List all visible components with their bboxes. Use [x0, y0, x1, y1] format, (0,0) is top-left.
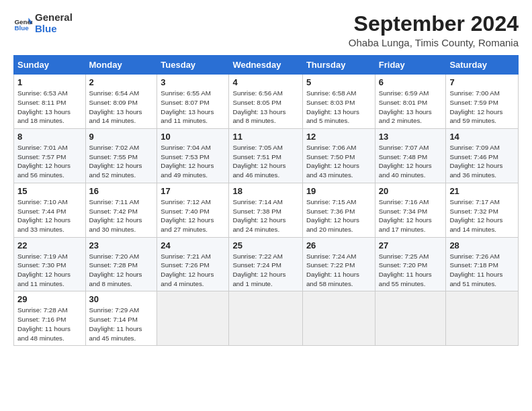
day-info: Sunrise: 7:21 AMSunset: 7:26 PMDaylight:… [161, 252, 225, 289]
calendar-cell: 19Sunrise: 7:15 AMSunset: 7:36 PMDayligh… [302, 183, 375, 237]
day-info: Sunrise: 6:54 AMSunset: 8:09 PMDaylight:… [89, 89, 154, 126]
calendar-cell: 28Sunrise: 7:26 AMSunset: 7:18 PMDayligh… [446, 237, 519, 291]
calendar-cell: 29Sunrise: 7:28 AMSunset: 7:16 PMDayligh… [14, 291, 86, 346]
day-info: Sunrise: 6:53 AMSunset: 8:11 PMDaylight:… [17, 89, 82, 126]
day-info: Sunrise: 6:58 AMSunset: 8:03 PMDaylight:… [306, 89, 371, 126]
logo-icon: General Blue [13, 14, 32, 33]
calendar-header-row: SundayMondayTuesdayWednesdayThursdayFrid… [14, 56, 519, 75]
day-number: 4 [232, 77, 298, 87]
calendar-cell: 1Sunrise: 6:53 AMSunset: 8:11 PMDaylight… [14, 75, 86, 129]
calendar-row: 22Sunrise: 7:19 AMSunset: 7:30 PMDayligh… [14, 237, 519, 291]
calendar-cell: 18Sunrise: 7:14 AMSunset: 7:38 PMDayligh… [229, 183, 302, 237]
col-header-thursday: Thursday [302, 56, 375, 75]
calendar-cell: 16Sunrise: 7:11 AMSunset: 7:42 PMDayligh… [85, 183, 157, 237]
day-info: Sunrise: 7:00 AMSunset: 7:59 PMDaylight:… [449, 89, 515, 126]
day-info: Sunrise: 7:11 AMSunset: 7:42 PMDaylight:… [89, 197, 154, 234]
calendar-cell: 12Sunrise: 7:06 AMSunset: 7:50 PMDayligh… [302, 129, 375, 183]
col-header-wednesday: Wednesday [229, 56, 302, 75]
day-info: Sunrise: 7:24 AMSunset: 7:22 PMDaylight:… [306, 252, 371, 289]
day-info: Sunrise: 7:07 AMSunset: 7:48 PMDaylight:… [379, 143, 443, 180]
calendar-cell [302, 291, 375, 346]
day-number: 1 [17, 77, 82, 87]
calendar-row: 15Sunrise: 7:10 AMSunset: 7:44 PMDayligh… [14, 183, 519, 237]
day-number: 21 [449, 186, 515, 196]
day-number: 30 [89, 294, 154, 304]
day-info: Sunrise: 7:10 AMSunset: 7:44 PMDaylight:… [17, 197, 82, 234]
day-info: Sunrise: 7:17 AMSunset: 7:32 PMDaylight:… [449, 197, 515, 234]
day-number: 24 [161, 240, 225, 250]
calendar-cell: 15Sunrise: 7:10 AMSunset: 7:44 PMDayligh… [14, 183, 86, 237]
day-info: Sunrise: 7:29 AMSunset: 7:14 PMDaylight:… [89, 306, 154, 342]
month-title: September 2024 [349, 12, 519, 36]
day-info: Sunrise: 7:28 AMSunset: 7:16 PMDaylight:… [17, 306, 82, 342]
calendar-cell: 20Sunrise: 7:16 AMSunset: 7:34 PMDayligh… [375, 183, 446, 237]
day-number: 6 [379, 77, 443, 87]
col-header-tuesday: Tuesday [157, 56, 229, 75]
logo-blue-text: Blue [35, 24, 73, 35]
title-area: September 2024 Ohaba Lunga, Timis County… [349, 12, 519, 48]
calendar-cell [157, 291, 229, 346]
calendar-row: 8Sunrise: 7:01 AMSunset: 7:57 PMDaylight… [14, 129, 519, 183]
calendar-cell: 9Sunrise: 7:02 AMSunset: 7:55 PMDaylight… [85, 129, 157, 183]
day-info: Sunrise: 7:12 AMSunset: 7:40 PMDaylight:… [161, 197, 225, 234]
calendar-row: 29Sunrise: 7:28 AMSunset: 7:16 PMDayligh… [14, 291, 519, 346]
day-info: Sunrise: 7:26 AMSunset: 7:18 PMDaylight:… [449, 252, 515, 289]
svg-text:Blue: Blue [14, 24, 29, 31]
calendar-cell: 4Sunrise: 6:56 AMSunset: 8:05 PMDaylight… [229, 75, 302, 129]
calendar-cell [229, 291, 302, 346]
day-number: 3 [161, 77, 225, 87]
day-info: Sunrise: 7:06 AMSunset: 7:50 PMDaylight:… [306, 143, 371, 180]
day-number: 26 [306, 240, 371, 250]
day-info: Sunrise: 6:59 AMSunset: 8:01 PMDaylight:… [379, 89, 443, 126]
day-info: Sunrise: 6:56 AMSunset: 8:05 PMDaylight:… [232, 89, 298, 126]
calendar-cell [375, 291, 446, 346]
day-number: 10 [161, 132, 225, 142]
calendar-cell: 27Sunrise: 7:25 AMSunset: 7:20 PMDayligh… [375, 237, 446, 291]
col-header-friday: Friday [375, 56, 446, 75]
calendar-cell: 6Sunrise: 6:59 AMSunset: 8:01 PMDaylight… [375, 75, 446, 129]
day-info: Sunrise: 7:04 AMSunset: 7:53 PMDaylight:… [161, 143, 225, 180]
day-info: Sunrise: 6:55 AMSunset: 8:07 PMDaylight:… [161, 89, 225, 126]
calendar-cell: 21Sunrise: 7:17 AMSunset: 7:32 PMDayligh… [446, 183, 519, 237]
calendar-cell: 22Sunrise: 7:19 AMSunset: 7:30 PMDayligh… [14, 237, 86, 291]
logo-general-text: General [35, 12, 73, 24]
day-number: 8 [17, 132, 82, 142]
day-number: 20 [379, 186, 443, 196]
calendar-cell: 24Sunrise: 7:21 AMSunset: 7:26 PMDayligh… [157, 237, 229, 291]
day-info: Sunrise: 7:05 AMSunset: 7:51 PMDaylight:… [232, 143, 298, 180]
calendar-row: 1Sunrise: 6:53 AMSunset: 8:11 PMDaylight… [14, 75, 519, 129]
day-number: 12 [306, 132, 371, 142]
day-number: 17 [161, 186, 225, 196]
day-number: 13 [379, 132, 443, 142]
calendar-cell: 2Sunrise: 6:54 AMSunset: 8:09 PMDaylight… [85, 75, 157, 129]
day-info: Sunrise: 7:19 AMSunset: 7:30 PMDaylight:… [17, 252, 82, 289]
day-number: 14 [449, 132, 515, 142]
day-info: Sunrise: 7:02 AMSunset: 7:55 PMDaylight:… [89, 143, 154, 180]
calendar-cell: 23Sunrise: 7:20 AMSunset: 7:28 PMDayligh… [85, 237, 157, 291]
col-header-monday: Monday [85, 56, 157, 75]
day-info: Sunrise: 7:20 AMSunset: 7:28 PMDaylight:… [89, 252, 154, 289]
calendar-cell: 7Sunrise: 7:00 AMSunset: 7:59 PMDaylight… [446, 75, 519, 129]
day-number: 25 [232, 240, 298, 250]
calendar-cell: 3Sunrise: 6:55 AMSunset: 8:07 PMDaylight… [157, 75, 229, 129]
day-number: 27 [379, 240, 443, 250]
col-header-sunday: Sunday [14, 56, 86, 75]
day-number: 29 [17, 294, 82, 304]
calendar-table: SundayMondayTuesdayWednesdayThursdayFrid… [13, 55, 519, 346]
day-number: 16 [89, 186, 154, 196]
calendar-cell: 30Sunrise: 7:29 AMSunset: 7:14 PMDayligh… [85, 291, 157, 346]
day-number: 5 [306, 77, 371, 87]
day-number: 23 [89, 240, 154, 250]
day-info: Sunrise: 7:14 AMSunset: 7:38 PMDaylight:… [232, 197, 298, 234]
col-header-saturday: Saturday [446, 56, 519, 75]
day-number: 7 [449, 77, 515, 87]
day-number: 22 [17, 240, 82, 250]
calendar-cell: 10Sunrise: 7:04 AMSunset: 7:53 PMDayligh… [157, 129, 229, 183]
day-info: Sunrise: 7:09 AMSunset: 7:46 PMDaylight:… [449, 143, 515, 180]
calendar-cell: 17Sunrise: 7:12 AMSunset: 7:40 PMDayligh… [157, 183, 229, 237]
day-number: 19 [306, 186, 371, 196]
calendar-cell: 26Sunrise: 7:24 AMSunset: 7:22 PMDayligh… [302, 237, 375, 291]
day-info: Sunrise: 7:16 AMSunset: 7:34 PMDaylight:… [379, 197, 443, 234]
calendar-cell: 5Sunrise: 6:58 AMSunset: 8:03 PMDaylight… [302, 75, 375, 129]
page-header: General Blue General Blue September 2024… [13, 12, 519, 48]
